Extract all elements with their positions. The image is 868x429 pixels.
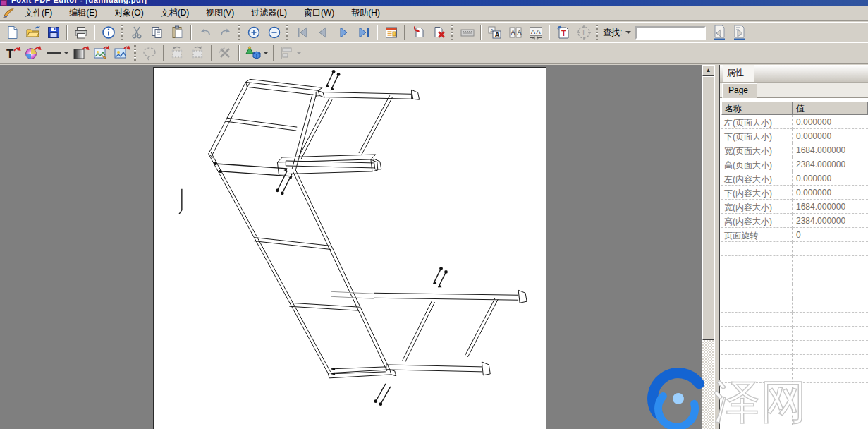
new-button[interactable] (2, 23, 23, 42)
property-row[interactable]: 下(页面大小) 0.000000 (721, 129, 868, 143)
paste-button[interactable] (167, 23, 188, 42)
redo-button[interactable] (215, 23, 236, 42)
column-header-value[interactable]: 值 (793, 102, 868, 115)
text-target-icon: T (576, 25, 592, 40)
replace-image-button[interactable] (111, 44, 132, 62)
property-row[interactable]: 高(内容大小) 2384.000000 (721, 214, 868, 228)
rotate-right-icon (190, 45, 207, 61)
toolbar-grip[interactable] (121, 25, 123, 40)
property-value[interactable]: 0.000000 (793, 115, 868, 129)
zoom-in-button[interactable] (243, 23, 264, 42)
insert-shape-button[interactable] (243, 44, 270, 62)
undo-button[interactable] (195, 23, 215, 42)
cad-wireframe-drawing (154, 68, 546, 429)
find-options-dropdown[interactable] (623, 26, 632, 39)
next-page-button[interactable] (333, 23, 353, 42)
print-button[interactable] (71, 23, 91, 42)
gradient-swatch-icon (73, 45, 90, 61)
document-info-button[interactable] (98, 23, 118, 42)
save-button[interactable] (43, 23, 63, 42)
open-button[interactable] (23, 23, 43, 42)
toolbar-grip[interactable] (286, 25, 288, 40)
property-value[interactable]: 0.000000 (793, 171, 868, 186)
separator (211, 45, 212, 61)
keyboard-icon (460, 25, 475, 40)
property-row[interactable]: 页面旋转 0 (721, 228, 868, 242)
property-value[interactable]: 0 (793, 228, 868, 242)
property-row[interactable]: 下(内容大小) 0.000000 (721, 186, 868, 200)
menu-item[interactable]: 对象(O) (108, 6, 149, 21)
separator (273, 45, 274, 61)
toolbar-main: A A A A A A T T (0, 22, 868, 42)
edit-text-button[interactable]: T (2, 44, 23, 62)
rotate-right-button[interactable] (188, 44, 208, 62)
property-value[interactable]: 2384.000000 (793, 157, 868, 171)
edit-shading-button[interactable] (71, 44, 91, 62)
last-page-button[interactable] (353, 23, 374, 42)
property-value[interactable]: 0.000000 (793, 129, 868, 143)
char-spacing-button[interactable]: A A (525, 23, 546, 42)
edit-image-button[interactable] (91, 44, 111, 62)
find-previous-button[interactable] (709, 23, 729, 42)
zoom-out-button[interactable] (264, 23, 284, 42)
property-row[interactable]: 宽(内容大小) 1684.000000 (721, 200, 868, 214)
column-header-name[interactable]: 名称 (721, 102, 793, 115)
svg-text:A: A (517, 29, 521, 36)
find-input[interactable] (635, 26, 706, 40)
first-page-button[interactable] (292, 23, 312, 42)
property-name: 页面旋转 (721, 228, 793, 242)
menu-bar: 文件(F)编辑(E)对象(O)文档(D)视图(V)过滤器(L)窗口(W)帮助(H… (0, 6, 868, 21)
delete-object-button[interactable] (215, 44, 236, 62)
menu-item[interactable]: 视图(V) (200, 6, 240, 21)
property-row[interactable]: 左(内容大小) 0.000000 (721, 171, 868, 186)
property-row-empty (721, 270, 868, 284)
toolbar-grip[interactable] (451, 25, 453, 40)
menu-item[interactable]: 窗口(W) (298, 6, 341, 21)
rotate-left-button[interactable] (167, 44, 188, 62)
line-style-button[interactable] (43, 44, 71, 62)
property-row[interactable]: 宽(页面大小) 1684.000000 (721, 143, 868, 157)
window-app-icon (1, 0, 7, 6)
text-tool-button[interactable]: T (573, 23, 594, 42)
prev-page-button[interactable] (312, 23, 333, 42)
document-workspace[interactable] (0, 65, 714, 429)
image-icon (114, 45, 130, 61)
toolbar-grip[interactable] (596, 25, 598, 40)
font-width-button[interactable]: A A (505, 23, 525, 42)
document-vertical-scrollbar[interactable]: ▲ (702, 65, 714, 429)
panel-splitter[interactable] (714, 65, 719, 429)
cut-button[interactable] (126, 23, 147, 42)
replace-font-button[interactable]: A A (484, 23, 505, 42)
add-text-button[interactable]: T (553, 23, 573, 42)
find-next-button[interactable] (729, 23, 750, 42)
align-objects-button[interactable] (277, 44, 303, 62)
property-value[interactable]: 1684.000000 (793, 143, 868, 157)
virtual-keyboard-button[interactable] (457, 23, 477, 42)
property-value[interactable]: 2384.000000 (793, 214, 868, 228)
scroll-thumb[interactable] (702, 76, 714, 340)
edit-color-button[interactable] (23, 44, 43, 62)
property-row[interactable]: 左(页面大小) 0.000000 (721, 115, 868, 129)
menu-item[interactable]: 文件(F) (18, 6, 59, 21)
svg-text:T: T (6, 47, 14, 61)
pdf-page[interactable] (153, 67, 546, 429)
property-value[interactable]: 0.000000 (793, 186, 868, 200)
copy-button[interactable] (147, 23, 167, 42)
next-page-icon (336, 25, 350, 40)
toolbar-grip[interactable] (238, 25, 240, 40)
paste-clipboard-icon (171, 25, 185, 40)
shapes-icon (244, 45, 262, 61)
menu-item[interactable]: 帮助(H) (345, 6, 386, 21)
scroll-up-button[interactable]: ▲ (702, 65, 714, 76)
toolbar-grip[interactable] (134, 45, 136, 61)
page-layout-button[interactable] (381, 23, 401, 42)
menu-item[interactable]: 过滤器(L) (245, 6, 293, 21)
tab-page[interactable]: Page (722, 83, 757, 98)
insert-page-button[interactable] (408, 23, 429, 42)
select-objects-button[interactable] (140, 44, 160, 62)
menu-item[interactable]: 编辑(E) (63, 6, 104, 21)
menu-item[interactable]: 文档(D) (154, 6, 196, 21)
property-value[interactable]: 1684.000000 (793, 200, 868, 214)
property-row[interactable]: 高(页面大小) 2384.000000 (721, 157, 868, 171)
delete-page-button[interactable] (429, 23, 449, 42)
